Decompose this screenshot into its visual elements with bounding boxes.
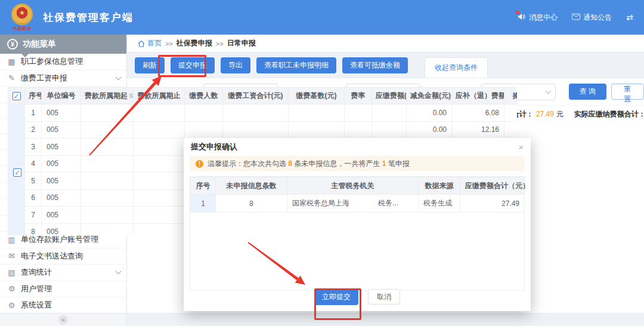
submit-confirm-dialog: 提交申报确认 × ! 温馨提示：您本次共勾选 8 条未申报信息，一共将产生 1 …: [184, 138, 531, 311]
app-header: 中国税务 社保费管理客户端 消息中心 通知公告 ⇄: [0, 0, 644, 35]
doc-icon: ▥: [7, 235, 16, 244]
cell-hidden: [134, 207, 185, 224]
cell-hidden: [134, 121, 185, 139]
cell-action: [504, 121, 518, 139]
cell-code: 005: [42, 139, 81, 156]
breadcrumb: 首页 >> 社保费申报 >> 日常申报: [127, 35, 644, 53]
reset-button[interactable]: 重置: [611, 84, 644, 100]
query-button[interactable]: 查 询: [569, 84, 606, 100]
mcell-total: 27.49: [460, 195, 525, 213]
cell-seq: 3: [25, 139, 42, 156]
sidebar-item-employee-info[interactable]: ▦职工参保信息管理: [0, 54, 126, 70]
home-icon: [138, 40, 145, 47]
cell-hidden: [81, 207, 134, 224]
sidebar-item-edoc-query[interactable]: ✉电子文书送达查询: [0, 248, 126, 265]
row-checkbox[interactable]: ✓: [13, 168, 21, 177]
row-checkbox-cell: ✓: [8, 104, 25, 236]
cell-hidden: [289, 121, 345, 139]
redaction-box: [349, 199, 378, 207]
sidebar-item-query-stats[interactable]: ▧查询统计: [0, 265, 126, 281]
cell-seq: 8: [25, 223, 42, 235]
cell-seq: 6: [25, 189, 42, 207]
cell-hidden: [81, 155, 134, 173]
warning-icon: !: [196, 160, 203, 168]
close-icon[interactable]: ×: [518, 142, 524, 152]
tax-logo: 中国税务: [8, 4, 36, 32]
refresh-button[interactable]: 刷新: [135, 57, 165, 73]
cell-code: 005: [42, 189, 81, 207]
sidebar-collapse-button[interactable]: «: [58, 315, 68, 325]
cell-code: 005: [42, 104, 81, 122]
sidebar-item-user-mgmt[interactable]: ⚙用户管理: [0, 281, 126, 298]
sidebar-item-wage-declare[interactable]: ✎缴费工资申报: [0, 70, 126, 87]
mcol-source: 数据来源: [419, 177, 460, 195]
toolbar: 刷新 提交申报 导出 查看职工未申报明细 查看可抵缴余额 收起查询条件: [127, 57, 488, 78]
breadcrumb-page: 日常申报: [227, 38, 256, 48]
tax-emblem-icon: [11, 4, 33, 25]
mcell-org: 国家税务总局上海税务...: [287, 195, 419, 213]
col-wage-total: 缴费工资合计(元): [223, 88, 289, 104]
col-period-start[interactable]: 费款所属期起⇅: [81, 88, 134, 104]
breadcrumb-separator: >>: [216, 40, 224, 47]
chevron-down-icon: [116, 269, 122, 275]
cancel-button[interactable]: 取消: [368, 289, 400, 305]
cell-hidden: [372, 104, 407, 122]
brand-text: 中国税务: [8, 26, 36, 32]
cell-hidden: [81, 173, 134, 190]
cell-code: 005: [42, 223, 81, 235]
notice-button[interactable]: 通知公告: [572, 13, 612, 23]
collapse-query-tab[interactable]: 收起查询条件: [425, 57, 488, 78]
cell-refund: 12.16: [452, 121, 504, 139]
cell-code: 005: [42, 207, 81, 224]
chart-icon: ▧: [7, 268, 16, 277]
col-rate: 费率: [345, 88, 372, 104]
view-balance-button[interactable]: 查看可抵缴余额: [342, 57, 408, 73]
cell-hidden: [345, 104, 372, 122]
speaker-icon: [518, 13, 526, 22]
cell-hidden: [345, 121, 372, 139]
cell-hidden: [223, 104, 289, 122]
export-button[interactable]: 导出: [221, 57, 250, 73]
notification-dot: [516, 11, 519, 14]
submit-declare-button[interactable]: 提交申报: [171, 57, 215, 73]
col-relief: 减免金额(元): [407, 88, 452, 104]
submit-now-button[interactable]: 立即提交: [314, 289, 358, 305]
cell-hidden: [81, 104, 134, 122]
col-payer-count: 缴费人数: [185, 88, 223, 104]
view-undeclared-button[interactable]: 查看职工未申报明细: [256, 57, 336, 73]
col-base: 缴费基数(元): [289, 88, 345, 104]
select-all-checkbox-cell: ✓: [8, 88, 25, 104]
cell-hidden: [134, 155, 185, 173]
breadcrumb-home[interactable]: 首页: [138, 38, 162, 48]
mcol-total: 应缴费额合计（元）: [460, 177, 525, 195]
gear-icon: ⚙: [7, 301, 16, 310]
chevron-down-icon: [545, 88, 551, 94]
warning-banner: ! 温馨提示：您本次共勾选 8 条未申报信息，一共将产生 1 笔申报: [190, 156, 525, 171]
mcol-seq: 序号: [191, 177, 216, 195]
cell-hidden: [134, 173, 185, 190]
page: 中国税务 社保费管理客户端 消息中心 通知公告 ⇄ ¥ 功能菜单: [0, 0, 644, 326]
mcol-org: 主管税务机关: [287, 177, 419, 195]
cell-hidden: [134, 189, 185, 207]
select-all-checkbox[interactable]: ✓: [13, 92, 21, 100]
mail-icon: ✉: [7, 251, 16, 260]
sidebar-item-system-settings[interactable]: ⚙系统设置: [0, 297, 126, 314]
sort-icon[interactable]: ⇅: [129, 93, 134, 99]
mcell-seq: 1: [191, 195, 216, 213]
message-center-button[interactable]: 消息中心: [518, 13, 558, 23]
cell-code: 005: [42, 121, 81, 139]
cell-hidden: [81, 139, 134, 156]
chevron-down-icon: [116, 74, 122, 80]
confirm-table-row: 1 8 国家税务总局上海税务... 税务生成 27.49: [191, 195, 525, 213]
cell-action: [504, 104, 518, 122]
switch-icon[interactable]: ⇄: [626, 13, 633, 22]
cell-hidden: [81, 121, 134, 139]
gear-icon: ⚙: [7, 284, 16, 293]
col-unit-code: 单位编号: [42, 88, 81, 104]
breadcrumb-section: 社保费申报: [177, 38, 212, 48]
cell-hidden: [185, 121, 223, 139]
confirm-table-header: 序号 未申报信息条数 主管税务机关 数据来源 应缴费额合计（元）: [191, 177, 525, 195]
confirm-table: 序号 未申报信息条数 主管税务机关 数据来源 应缴费额合计（元） 1 8 国家税…: [190, 176, 525, 291]
edit-icon: ✎: [7, 73, 16, 82]
cell-hidden: [289, 104, 345, 122]
